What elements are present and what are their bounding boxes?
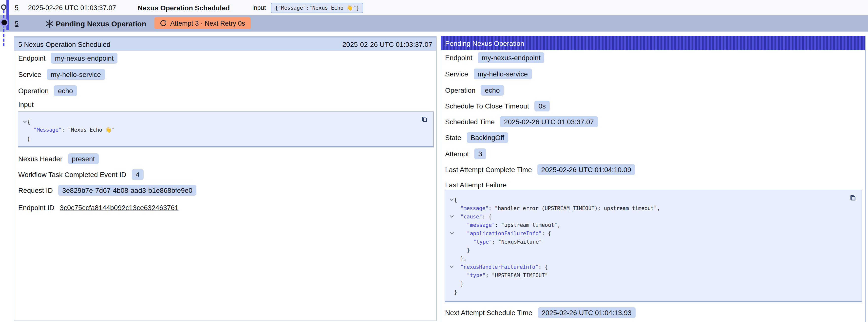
retry-badge-text: Attempt 3 · Next Retry 0s [170, 20, 245, 27]
field-label: Schedule To Close Timeout [445, 102, 529, 110]
failure-section-label: Last Attempt Failure [445, 179, 506, 190]
field-label: Workflow Task Completed Event ID [18, 170, 126, 178]
failure-json-lines: {"message": "handler error (UPSTREAM_TIM… [445, 195, 862, 296]
field-label: Operation [18, 87, 49, 94]
collapse-chevron-icon[interactable] [445, 265, 454, 268]
field-value-chip: my-hello-service [46, 69, 105, 79]
field-row-state: State BackingOff [445, 132, 508, 143]
pending-panel-header: Pending Nexus Operation [441, 36, 865, 50]
event-input-preview-chip[interactable]: {"Message":"Nexus Echo 👋"} [271, 2, 363, 13]
field-value-chip: 2025-02-26 UTC 01:04:10.09 [537, 164, 635, 175]
field-label: Endpoint [445, 54, 472, 61]
input-json-block: {"Message": "Nexus Echo 👋"} [18, 111, 434, 148]
event-title: Nexus Operation Scheduled [138, 4, 230, 11]
field-value-chip: 4 [132, 169, 144, 180]
collapse-chevron-icon[interactable] [445, 198, 454, 201]
field-value-chip: 2025-02-26 UTC 01:03:37.07 [500, 116, 598, 127]
field-row-operation: Operation echo [445, 84, 504, 96]
collapse-chevron-icon[interactable] [445, 231, 454, 234]
pending-operation-panel: Pending Nexus Operation Endpoint my-nexu… [441, 36, 866, 322]
event-panel-timestamp: 2025-02-26 UTC 01:03:37.07 [342, 40, 432, 48]
field-row-schedule-to-close-timeout: Schedule To Close Timeout 0s [445, 100, 550, 111]
field-label: Attempt [445, 150, 469, 158]
pending-panel-title: Pending Nexus Operation [445, 39, 524, 47]
state-badge: BackingOff [467, 132, 508, 143]
field-label: Service [18, 70, 41, 78]
last-attempt-failure-json-block: {"message": "handler error (UPSTREAM_TIM… [444, 190, 862, 302]
timeline-active-bar [6, 0, 9, 30]
field-label: Next Attempt Schedule Time [445, 309, 532, 316]
history-row-event[interactable]: 5 2025-02-26 UTC 01:03:37.07 Nexus Opera… [0, 0, 868, 15]
field-value-chip: 3 [474, 148, 486, 159]
field-row-endpoint-id: Endpoint ID 3c0c75ccfa8144b092c13ce63246… [18, 202, 178, 213]
endpoint-id-link[interactable]: 3c0c75ccfa8144b092c13ce632463761 [60, 203, 178, 211]
field-label: Nexus Header [18, 155, 62, 162]
copy-failure-button[interactable] [849, 194, 857, 202]
field-label: Endpoint ID [18, 203, 54, 211]
pending-id-link[interactable]: 5 [15, 20, 19, 27]
event-id-link[interactable]: 5 [15, 4, 19, 11]
workflow-history-screen: 5 2025-02-26 UTC 01:03:37.07 Nexus Opera… [0, 0, 868, 322]
field-row-service: Service my-hello-service [445, 68, 532, 79]
field-value-chip: 2025-02-26 UTC 01:04:13.93 [538, 307, 636, 318]
field-row-endpoint: Endpoint my-nexus-endpoint [18, 52, 118, 64]
field-value-chip: 0s [534, 100, 550, 111]
event-input-label: Input [252, 4, 266, 11]
field-label: State [445, 133, 461, 141]
input-section-label: Input [18, 99, 34, 110]
field-row-next-attempt-schedule-time: Next Attempt Schedule Time 2025-02-26 UT… [445, 307, 636, 318]
field-row-last-attempt-complete-time: Last Attempt Complete Time 2025-02-26 UT… [445, 164, 635, 175]
field-value-chip: my-hello-service [473, 68, 532, 79]
field-row-attempt: Attempt 3 [445, 148, 486, 159]
field-label: Request ID [18, 186, 53, 194]
field-value-chip: my-nexus-endpoint [51, 53, 118, 63]
field-value-chip: present [68, 153, 99, 164]
pending-asterisk-icon [45, 19, 54, 28]
field-row-request-id: Request ID 3e829b7e-7d67-4b08-aad3-b1e86… [18, 185, 196, 196]
event-detail-panel: 5 Nexus Operation Scheduled 2025-02-26 U… [14, 36, 437, 321]
field-label: Operation [445, 86, 475, 94]
timeline-selected-dot [1, 20, 7, 25]
event-panel-header: 5 Nexus Operation Scheduled 2025-02-26 U… [14, 36, 436, 51]
field-row-scheduled-time: Scheduled Time 2025-02-26 UTC 01:03:37.0… [445, 116, 598, 127]
collapse-chevron-icon[interactable] [18, 120, 27, 123]
field-label: Service [445, 70, 468, 78]
retry-attempt-badge: Attempt 3 · Next Retry 0s [154, 17, 250, 29]
timeline-open-dot [1, 4, 6, 10]
field-value-chip: echo [481, 85, 504, 95]
field-label: Last Attempt Complete Time [445, 165, 532, 173]
field-row-workflow-task-completed-event-id: Workflow Task Completed Event ID 4 [18, 169, 143, 180]
input-json-lines: {"Message": "Nexus Echo 👋"} [18, 117, 433, 142]
field-row-nexus-header: Nexus Header present [18, 153, 99, 164]
event-panel-title: 5 Nexus Operation Scheduled [18, 40, 111, 48]
retry-icon [160, 20, 167, 27]
field-row-endpoint: Endpoint my-nexus-endpoint [445, 52, 545, 63]
field-value-chip: my-nexus-endpoint [478, 52, 545, 63]
field-value-chip: 3e829b7e-7d67-4b08-aad3-b1e868bfe9e0 [58, 185, 196, 195]
field-value-chip: echo [54, 85, 77, 96]
copy-input-button[interactable] [421, 116, 429, 123]
field-row-operation: Operation echo [18, 85, 77, 96]
copy-icon [849, 194, 857, 201]
field-label: Scheduled Time [445, 118, 495, 126]
history-row-pending-operation[interactable]: 5 Pending Nexus Operation Attempt 3 · Ne… [0, 15, 868, 32]
copy-icon [421, 116, 428, 123]
collapse-chevron-icon[interactable] [445, 215, 454, 218]
field-label: Endpoint [18, 54, 45, 62]
pending-title: Pending Nexus Operation [56, 19, 146, 28]
field-row-service: Service my-hello-service [18, 68, 105, 80]
timeline-dashed-line [3, 10, 4, 46]
event-timestamp: 2025-02-26 UTC 01:03:37.07 [28, 4, 116, 11]
